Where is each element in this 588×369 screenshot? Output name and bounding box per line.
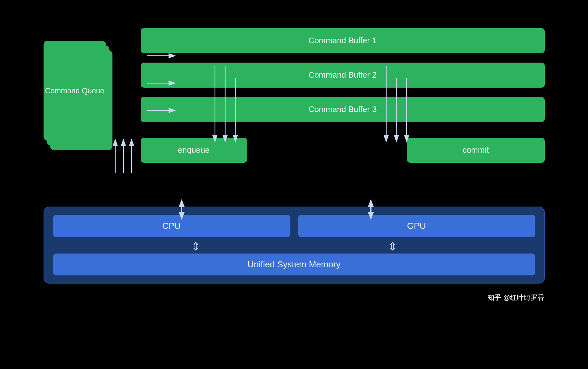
command-buffer-2: Command Buffer 2 [141, 63, 545, 88]
bottom-section: CPU GPU ⇕ ⇕ Unified System Memory [44, 207, 545, 284]
buffer-row-1: Command Buffer 1 [141, 28, 545, 53]
memory-box: Unified System Memory [53, 254, 535, 275]
top-section: Command Queue Command Buffer 1 Command B… [44, 28, 545, 197]
watermark: 知乎 @红叶绮罗香 [487, 293, 544, 302]
gpu-box: GPU [298, 215, 535, 237]
command-queue-stack: Command Queue [44, 41, 106, 160]
arrow-row: ⇕ ⇕ [53, 240, 535, 254]
cpu-box: CPU [53, 215, 290, 237]
buffers-actions: Command Buffer 1 Command Buffer 2 Comman… [141, 28, 545, 163]
diagram-container: Command Queue Command Buffer 1 Command B… [44, 28, 545, 341]
command-queue-label: Command Queue [45, 86, 104, 95]
commit-box: commit [407, 138, 545, 163]
command-buffer-3: Command Buffer 3 [141, 97, 545, 122]
cpu-gpu-row: CPU GPU [53, 215, 535, 237]
main-area: Command Queue Command Buffer 1 Command B… [44, 28, 545, 284]
command-buffer-1: Command Buffer 1 [141, 28, 545, 53]
enqueue-box: enqueue [141, 138, 247, 163]
action-row: enqueue commit [141, 138, 545, 163]
gpu-memory-arrow: ⇕ [298, 240, 487, 253]
cq-card-front: Command Queue [44, 41, 106, 141]
buffer-row-2: Command Buffer 2 [141, 63, 545, 88]
buffer-row-3: Command Buffer 3 [141, 97, 545, 122]
cpu-memory-arrow: ⇕ [101, 240, 290, 253]
